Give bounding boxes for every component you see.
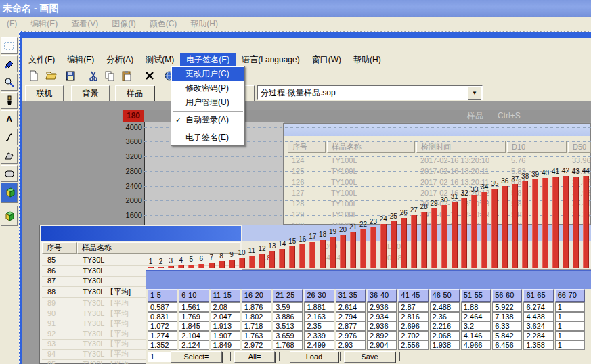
menu-item-6[interactable]: 电子签名(E) xyxy=(172,131,244,145)
tool-curve[interactable] xyxy=(1,129,18,145)
paint-menu-bar: (F)编辑(E)查看(V)图像(I)颜色(C)帮助(H) xyxy=(0,17,591,31)
fill-icon xyxy=(4,59,15,70)
rounded-rectangle-icon xyxy=(4,168,15,179)
paint-menu-item-2[interactable]: 查看(V) xyxy=(64,17,105,31)
paint-menu-item-0[interactable]: (F) xyxy=(0,17,24,31)
menu-separator xyxy=(173,111,243,112)
selection-marquee xyxy=(19,31,591,364)
tool-free-select[interactable] xyxy=(1,37,18,54)
brush-icon xyxy=(4,95,15,106)
tool-rounded-rectangle[interactable] xyxy=(1,165,18,182)
svg-text:A: A xyxy=(6,114,13,124)
cube-3d-icon xyxy=(3,210,16,222)
tool-brush[interactable] xyxy=(1,92,18,109)
tool-magnifier[interactable] xyxy=(1,74,18,91)
signature-dropdown-menu: 更改用户(C)修改密码(P)用户管理(U)自动登录(A)✓电子签名(E) xyxy=(171,66,245,146)
menu-item-2[interactable]: 用户管理(U) xyxy=(172,95,244,110)
tool-cube-3d-selected[interactable] xyxy=(1,183,18,203)
cube-3d-selected-icon xyxy=(3,187,16,199)
paint-menu-item-5[interactable]: 帮助(H) xyxy=(183,17,225,31)
screen: 未命名 - 画图 (F)编辑(E)查看(V)图像(I)颜色(C)帮助(H) A … xyxy=(0,0,591,364)
curve-icon xyxy=(4,132,15,143)
menu-item-0[interactable]: 更改用户(C) xyxy=(172,67,244,81)
tool-text[interactable]: A xyxy=(1,110,18,127)
tool-cube-3d[interactable] xyxy=(1,206,18,226)
checkmark-icon: ✓ xyxy=(175,113,181,127)
paint-tool-palette: A xyxy=(0,31,19,364)
paint-title-bar: 未命名 - 画图 xyxy=(0,0,591,17)
menu-item-1[interactable]: 修改密码(P) xyxy=(172,81,244,95)
paint-menu-item-4[interactable]: 颜色(C) xyxy=(143,17,184,31)
menu-separator xyxy=(173,129,243,129)
paint-menu-item-1[interactable]: 编辑(E) xyxy=(24,17,64,31)
paint-menu-item-3[interactable]: 图像(I) xyxy=(105,17,142,31)
menu-item-4[interactable]: 自动登录(A)✓ xyxy=(172,113,244,127)
tool-fill[interactable] xyxy=(1,55,18,72)
tool-polygon[interactable] xyxy=(1,147,18,164)
magnifier-icon xyxy=(4,77,15,88)
paint-title: 未命名 - 画图 xyxy=(3,3,58,14)
polygon-icon xyxy=(4,150,15,161)
text-icon: A xyxy=(4,114,15,124)
free-select-icon xyxy=(4,41,15,51)
